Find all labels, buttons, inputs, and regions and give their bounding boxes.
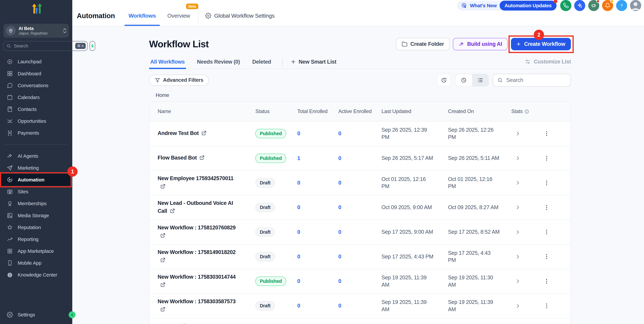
quick-actions-button[interactable] (90, 41, 95, 51)
phone-icon[interactable] (560, 0, 571, 11)
workflow-search[interactable] (493, 74, 571, 87)
sidebar-item-launchpad[interactable]: Launchpad (0, 56, 72, 68)
row-menu-button[interactable] (530, 155, 563, 162)
workflow-name[interactable]: Flow Based Bot (149, 154, 247, 162)
open-workflow-icon[interactable] (160, 257, 165, 265)
row-menu-button[interactable] (530, 303, 563, 309)
breadcrumb[interactable]: Home (149, 92, 571, 98)
active-enrolled[interactable]: 0 (330, 229, 373, 235)
sidebar-item-contacts[interactable]: Contacts (0, 103, 72, 115)
sidebar-item-opportunities[interactable]: Opportunities (0, 115, 72, 127)
open-workflow-icon[interactable] (160, 183, 165, 191)
row-menu-button[interactable] (530, 180, 563, 186)
stats-chevron[interactable] (506, 180, 530, 186)
row-menu-button[interactable] (530, 229, 563, 235)
total-enrolled[interactable]: 0 (289, 254, 330, 260)
total-enrolled[interactable]: 0 (289, 278, 330, 284)
user-avatar[interactable] (630, 0, 641, 11)
column-header-last-updated[interactable]: Last Updated (373, 108, 440, 115)
list-tab-needs-review-0[interactable]: Needs Review (0) (196, 59, 241, 69)
workflow-name[interactable]: New Workflow : 1758120760829 (149, 224, 247, 240)
stats-chevron[interactable] (506, 254, 530, 260)
open-workflow-icon[interactable] (160, 233, 165, 241)
advanced-filters-button[interactable]: Advanced Filters (149, 75, 209, 86)
stats-chevron[interactable] (506, 278, 530, 284)
list-tab-all-workflows[interactable]: All Workflows (149, 59, 186, 69)
table-row[interactable]: New Workflow : 1758633380189 Draft 0 0 (149, 319, 570, 324)
sidebar-item-marketing[interactable]: Marketing (0, 162, 72, 174)
total-enrolled[interactable]: 0 (289, 204, 330, 210)
table-row[interactable]: New Employee 1759342570011 Draft 0 0 Oct… (149, 171, 570, 195)
history-button[interactable] (437, 74, 451, 87)
notifications-bell-icon[interactable] (602, 0, 613, 11)
sidebar-item-sites[interactable]: Sites (0, 186, 72, 198)
create-workflow-button[interactable]: + Create Workflow (511, 38, 571, 50)
sidebar-search-input[interactable] (13, 43, 73, 49)
sidebar-item-app-marketplace[interactable]: App Marketplace (0, 245, 72, 257)
workflow-name[interactable]: New Workflow : 1758303587573 (149, 298, 247, 314)
tab-workflows[interactable]: Workflows (123, 0, 162, 26)
workflow-name[interactable]: New Employee 1759342570011 (149, 174, 247, 191)
active-enrolled[interactable]: 0 (330, 278, 373, 284)
row-menu-button[interactable] (530, 130, 563, 137)
total-enrolled[interactable]: 1 (289, 155, 330, 161)
total-enrolled[interactable]: 0 (289, 229, 330, 235)
recent-view-toggle[interactable] (456, 74, 472, 86)
workflow-name[interactable]: New Workflow : 1758303014744 (149, 273, 247, 290)
global-workflow-settings-link[interactable]: Global Workflow Settings (202, 13, 278, 19)
open-workflow-icon[interactable] (160, 306, 165, 314)
sidebar-item-automation[interactable]: Automation 1 (0, 174, 72, 186)
stats-chevron[interactable] (506, 303, 530, 309)
workflow-search-input[interactable] (506, 77, 566, 84)
active-enrolled[interactable]: 0 (330, 155, 373, 161)
sidebar-item-payments[interactable]: Payments (0, 127, 72, 139)
table-row[interactable]: New Workflow : 1758149018202 Draft 0 0 S… (149, 245, 570, 269)
table-row[interactable]: New Lead - Outbound Voice AI Call Draft … (149, 195, 570, 220)
sidebar-item-media-storage[interactable]: Media Storage (0, 209, 72, 221)
sidebar-item-ai-agents[interactable]: AI Agents (0, 150, 72, 162)
customize-list-button[interactable]: Customize List (525, 59, 571, 69)
column-header-stats[interactable]: Stats (506, 108, 530, 115)
sidebar-item-settings[interactable]: Settings (0, 309, 72, 321)
workflow-name[interactable]: New Lead - Outbound Voice AI Call (149, 199, 247, 216)
table-row[interactable]: New Workflow : 1758303014744 Published 0… (149, 269, 570, 294)
sidebar-collapse-button[interactable] (69, 311, 76, 318)
active-enrolled[interactable]: 0 (330, 131, 373, 137)
create-folder-button[interactable]: Create Folder (396, 38, 450, 50)
workflow-name[interactable]: New Workflow : 1758633380189 (149, 322, 247, 324)
build-using-ai-button[interactable]: Build using AI (453, 38, 508, 50)
stats-chevron[interactable] (506, 156, 530, 161)
help-icon[interactable]: ? (616, 0, 627, 11)
list-view-toggle[interactable] (472, 74, 488, 86)
sidebar-item-memberships[interactable]: Memberships (0, 198, 72, 209)
stats-chevron[interactable] (506, 131, 530, 137)
active-enrolled[interactable]: 0 (330, 180, 373, 186)
active-enrolled[interactable]: 0 (330, 204, 373, 210)
megaphone-icon[interactable] (588, 0, 599, 11)
sidebar-item-calendars[interactable]: Calendars (0, 91, 72, 103)
account-switcher[interactable]: AI Beta Jaipur, Rajasthan (3, 24, 69, 38)
sidebar-item-reporting[interactable]: Reporting (0, 233, 72, 245)
open-workflow-icon[interactable] (201, 130, 206, 138)
sidebar-item-knowledge-center[interactable]: Knowledge Center (0, 269, 72, 281)
sidebar-item-conversations[interactable]: Conversations (0, 80, 72, 91)
column-header-active-enrolled[interactable]: Active Enrolled (330, 108, 373, 115)
total-enrolled[interactable]: 0 (289, 180, 330, 186)
table-row[interactable]: Flow Based Bot Published 1 0 Sep 26 2025… (149, 146, 570, 171)
open-workflow-icon[interactable] (170, 208, 175, 216)
workflow-name[interactable]: New Workflow : 1758149018202 (149, 248, 247, 265)
column-header-status[interactable]: Status (247, 108, 289, 115)
sidebar-item-mobile-app[interactable]: Mobile App (0, 257, 72, 269)
list-tab-deleted[interactable]: Deleted (251, 59, 272, 69)
active-enrolled[interactable]: 0 (330, 254, 373, 260)
open-workflow-icon[interactable] (160, 282, 165, 290)
workflow-name[interactable]: Andrew Test Bot (149, 129, 247, 138)
total-enrolled[interactable]: 0 (289, 131, 330, 137)
row-menu-button[interactable] (530, 204, 563, 211)
tab-overview[interactable]: OverviewBeta (162, 0, 196, 26)
table-row[interactable]: New Workflow : 1758303587573 Draft 0 0 S… (149, 294, 570, 318)
sidebar-item-reputation[interactable]: Reputation (0, 221, 72, 233)
stats-chevron[interactable] (506, 229, 530, 235)
new-smart-list-button[interactable]: New Smart List (291, 59, 336, 69)
automation-updates-button[interactable]: Automation Updates (500, 1, 556, 10)
